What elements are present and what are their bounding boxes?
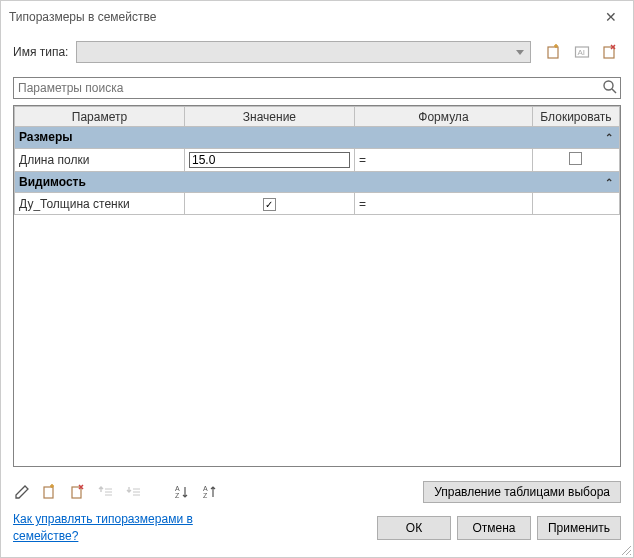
close-button[interactable]: ✕ (589, 7, 633, 27)
empty-space (15, 215, 620, 467)
close-icon: ✕ (605, 9, 617, 25)
move-down-icon (126, 484, 142, 500)
resize-grip-icon[interactable] (620, 544, 632, 556)
collapse-icon: ⌃ (605, 177, 613, 188)
new-param-icon (42, 484, 58, 500)
svg-text:A: A (203, 485, 208, 492)
type-name-label: Имя типа: (13, 45, 68, 59)
move-down-button[interactable] (125, 483, 143, 501)
parameters-table: Параметр Значение Формула Блокировать Ра… (14, 106, 620, 466)
group-sizes[interactable]: Размеры⌃ (15, 127, 620, 149)
sort-desc-icon: AZ (202, 484, 218, 500)
param-lock-cell[interactable] (532, 148, 619, 171)
delete-type-icon (602, 44, 618, 60)
footer: Как управлять типоразмерами в семействе?… (1, 507, 633, 557)
delete-param-icon (70, 484, 86, 500)
sort-asc-button[interactable]: AZ (173, 483, 191, 501)
svg-text:A: A (175, 485, 180, 492)
col-parameter[interactable]: Параметр (15, 107, 185, 127)
apply-button[interactable]: Применить (537, 516, 621, 540)
svg-text:Z: Z (203, 492, 208, 499)
toolbar: AZ AZ Управление таблицами выбора (1, 475, 633, 507)
svg-text:AI: AI (578, 48, 586, 57)
window-title: Типоразмеры в семействе (9, 10, 589, 24)
param-value-cell[interactable] (184, 193, 354, 215)
dialog-window: Типоразмеры в семействе ✕ Имя типа: AI (0, 0, 634, 558)
new-type-button[interactable] (543, 41, 565, 63)
table-row[interactable]: Ду_Толщина стенки = (15, 193, 620, 215)
visibility-checkbox[interactable] (263, 198, 276, 211)
svg-line-20 (630, 554, 631, 555)
type-icon-buttons: AI (543, 41, 621, 63)
svg-line-18 (622, 546, 631, 555)
pencil-icon (14, 484, 30, 500)
search-input[interactable] (13, 77, 621, 99)
content-area: Имя типа: AI (1, 33, 633, 475)
svg-rect-6 (44, 487, 53, 498)
table-row[interactable]: Длина полки = (15, 148, 620, 171)
delete-type-button[interactable] (599, 41, 621, 63)
param-lock-cell (532, 193, 619, 215)
svg-point-4 (604, 81, 613, 90)
shelf-length-input[interactable] (189, 152, 350, 168)
type-name-row: Имя типа: AI (13, 41, 621, 63)
sort-asc-icon: AZ (174, 484, 190, 500)
col-lock[interactable]: Блокировать (532, 107, 619, 127)
param-formula-cell[interactable]: = (354, 148, 532, 171)
param-name-cell[interactable]: Ду_Толщина стенки (15, 193, 185, 215)
svg-rect-3 (604, 47, 614, 58)
move-up-button[interactable] (97, 483, 115, 501)
group-visibility[interactable]: Видимость⌃ (15, 171, 620, 193)
move-up-icon (98, 484, 114, 500)
col-value[interactable]: Значение (184, 107, 354, 127)
group-sizes-label: Размеры (19, 130, 72, 144)
group-visibility-label: Видимость (19, 175, 86, 189)
svg-rect-0 (548, 47, 558, 58)
param-value-cell[interactable] (184, 148, 354, 171)
param-formula-cell[interactable]: = (354, 193, 532, 215)
rename-type-icon: AI (574, 44, 590, 60)
param-name-cell[interactable]: Длина полки (15, 148, 185, 171)
toolbar-icons: AZ AZ (13, 483, 219, 501)
search-icon[interactable] (602, 79, 618, 98)
collapse-icon: ⌃ (605, 132, 613, 143)
sort-desc-button[interactable]: AZ (201, 483, 219, 501)
rename-type-button[interactable]: AI (571, 41, 593, 63)
svg-text:Z: Z (175, 492, 180, 499)
lock-checkbox[interactable] (569, 152, 582, 165)
svg-line-5 (612, 89, 616, 93)
ok-button[interactable]: ОК (377, 516, 451, 540)
delete-parameter-button[interactable] (69, 483, 87, 501)
table-header-row: Параметр Значение Формула Блокировать (15, 107, 620, 127)
new-parameter-button[interactable] (41, 483, 59, 501)
help-link[interactable]: Как управлять типоразмерами в семействе? (13, 511, 213, 545)
titlebar: Типоразмеры в семействе ✕ (1, 1, 633, 33)
col-formula[interactable]: Формула (354, 107, 532, 127)
manage-lookup-tables-button[interactable]: Управление таблицами выбора (423, 481, 621, 503)
new-type-icon (546, 44, 562, 60)
search-row (13, 77, 621, 99)
edit-parameter-button[interactable] (13, 483, 31, 501)
cancel-button[interactable]: Отмена (457, 516, 531, 540)
type-name-dropdown[interactable] (76, 41, 531, 63)
parameters-table-wrap: Параметр Значение Формула Блокировать Ра… (13, 105, 621, 467)
footer-buttons: ОК Отмена Применить (377, 516, 621, 540)
